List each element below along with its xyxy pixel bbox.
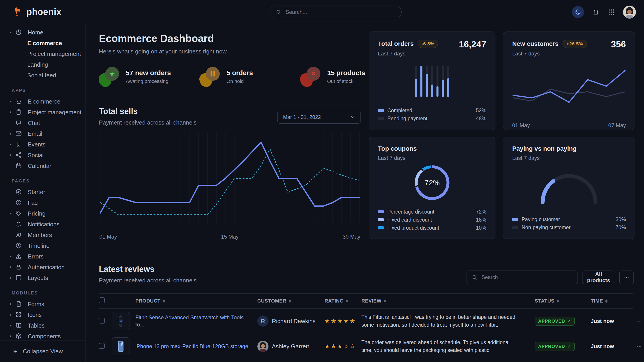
column-review[interactable]: REVIEW xyxy=(362,298,535,304)
sidebar-item-forms[interactable]: Forms xyxy=(0,299,85,310)
warning-triangle-icon xyxy=(15,253,22,260)
sidebar-item-email[interactable]: Email xyxy=(0,128,85,139)
sidebar-item-social[interactable]: Social xyxy=(0,150,85,161)
sidebar-item-calendar[interactable]: Calendar xyxy=(0,161,85,171)
sidebar-item-home-project-management[interactable]: Project management xyxy=(0,48,85,59)
sidebar-item-authentication[interactable]: Authentication xyxy=(0,262,85,273)
bell-icon xyxy=(15,221,22,228)
sort-icon xyxy=(163,299,165,303)
theme-toggle-button[interactable] xyxy=(572,6,584,18)
sidebar-item-chat[interactable]: Chat xyxy=(0,118,85,128)
sidebar-item-ecommerce[interactable]: E commerce xyxy=(0,96,85,107)
column-status[interactable]: STATUS xyxy=(535,298,591,304)
column-rating[interactable]: RATING xyxy=(324,298,362,304)
row-checkbox[interactable] xyxy=(99,318,105,324)
sidebar-section-modules: MODULES xyxy=(0,291,85,296)
customer-avatar[interactable] xyxy=(257,341,268,352)
reviews-search-input[interactable] xyxy=(481,274,572,281)
sidebar-item-project-management[interactable]: Project management xyxy=(0,107,85,118)
sidebar-item-errors[interactable]: Errors xyxy=(0,251,85,262)
grid-dots-icon xyxy=(608,8,615,16)
notifications-button[interactable] xyxy=(592,8,600,16)
sidebar-item-components[interactable]: Components xyxy=(0,331,85,342)
new-customers-value: 356 xyxy=(611,39,626,49)
users-icon xyxy=(15,231,22,239)
moon-icon xyxy=(575,9,581,15)
stats-row: ★ 57 new orders Awating processing 5 ord… xyxy=(99,66,376,87)
global-search-input[interactable] xyxy=(285,9,396,15)
column-customer[interactable]: CUSTOMER xyxy=(257,298,324,304)
total-orders-bar-chart xyxy=(415,66,449,97)
row-checkbox[interactable] xyxy=(99,343,105,349)
row-actions-button[interactable] xyxy=(636,344,642,349)
column-product[interactable]: PRODUCT xyxy=(136,298,257,304)
stat-out-of-stock: ✕ 15 products Out of stock xyxy=(300,66,376,87)
new-orders-star-icon: ★ xyxy=(99,66,120,87)
sidebar-item-starter[interactable]: Starter xyxy=(0,187,85,197)
sidebar-item-faq[interactable]: ? Faq xyxy=(0,197,85,208)
brand-name: phoenix xyxy=(26,7,62,17)
product-link[interactable]: iPhone 13 pro max-Pacific Blue-128GB sto… xyxy=(136,343,257,349)
all-products-button[interactable]: All products xyxy=(582,271,615,284)
on-hold-pause-icon xyxy=(200,66,220,87)
product-thumbnail-iphone[interactable] xyxy=(112,338,130,355)
reviews-search xyxy=(466,271,578,284)
status-badge: APPROVED✓ xyxy=(535,342,575,351)
paying-title: Paying vs non paying xyxy=(512,145,577,152)
donut-center-label: 72% xyxy=(413,164,451,201)
sidebar-item-events[interactable]: Events xyxy=(0,139,85,150)
layout-icon xyxy=(15,274,22,282)
sort-icon xyxy=(346,299,348,303)
sidebar-item-timeline[interactable]: Timeline xyxy=(0,240,85,251)
product-link[interactable]: Fitbit Sense Advanced Smartwatch with To… xyxy=(136,314,244,328)
sidebar-item-home-landing[interactable]: Landing xyxy=(0,59,85,70)
ellipsis-icon xyxy=(636,318,642,324)
apps-grid-button[interactable] xyxy=(608,8,615,16)
new-customers-x-axis: 01 May 07 May xyxy=(512,118,626,129)
brand-logo[interactable]: phoenix xyxy=(12,0,62,24)
sidebar-item-members[interactable]: Members xyxy=(0,230,85,240)
new-customers-line-chart xyxy=(512,65,626,113)
ellipsis-icon xyxy=(636,344,642,349)
customer-avatar[interactable]: R xyxy=(257,316,268,327)
clock-icon xyxy=(15,242,22,249)
caret-right-icon xyxy=(9,154,12,157)
collapse-sidebar-button[interactable]: Collapsed View xyxy=(0,341,85,362)
paying-vs-nonpaying-card: Paying vs non paying Last 7 days Paying … xyxy=(503,137,635,239)
sidebar-item-pricing[interactable]: Pricing xyxy=(0,208,85,219)
sidebar-section-apps: APPS xyxy=(0,88,85,93)
caret-right-icon xyxy=(9,100,12,103)
svg-text:?: ? xyxy=(18,201,20,204)
top-navbar: phoenix xyxy=(0,0,644,24)
search-icon xyxy=(472,274,478,280)
sidebar-item-layouts[interactable]: Layouts xyxy=(0,273,85,283)
bookmark-icon xyxy=(15,141,22,148)
row-actions-button[interactable] xyxy=(636,318,642,324)
sort-icon xyxy=(605,299,608,303)
check-icon: ✓ xyxy=(567,344,571,349)
column-time[interactable]: TIME xyxy=(591,298,636,304)
phoenix-flame-icon xyxy=(12,7,23,17)
section-divider xyxy=(86,247,644,247)
reviews-table-header: PRODUCT CUSTOMER RATING REVIEW STATUS TI… xyxy=(99,293,633,309)
sidebar-item-home-ecommerce[interactable]: E commerce xyxy=(0,38,85,48)
select-all-checkbox[interactable] xyxy=(99,297,105,303)
page-title: Ecommerce Dashboard xyxy=(99,32,227,44)
global-search xyxy=(270,5,402,18)
reviews-more-button[interactable] xyxy=(620,271,634,284)
clipboard-icon xyxy=(15,109,22,116)
share-icon xyxy=(15,152,22,159)
user-avatar[interactable] xyxy=(623,5,636,18)
customer-name: Richard Dawkins xyxy=(272,318,316,325)
sidebar-item-tables[interactable]: Tables xyxy=(0,320,85,331)
sidebar-item-home-social-feed[interactable]: Social feed xyxy=(0,70,85,81)
sidebar-item-home[interactable]: Home xyxy=(0,27,85,38)
ellipsis-icon xyxy=(624,275,629,280)
date-range-select[interactable]: Mar 1 - 31, 2022 xyxy=(278,111,361,124)
sidebar-item-icons[interactable]: Icons xyxy=(0,310,85,320)
product-thumbnail-smartwatch[interactable] xyxy=(112,312,130,330)
total-sells-title: Total sells xyxy=(99,107,196,116)
sidebar-item-notifications[interactable]: Notifications xyxy=(0,219,85,230)
stat-new-orders: ★ 57 new orders Awating processing xyxy=(99,66,175,87)
main-content: Ecommerce Dashboard Here's what's going … xyxy=(86,24,644,362)
